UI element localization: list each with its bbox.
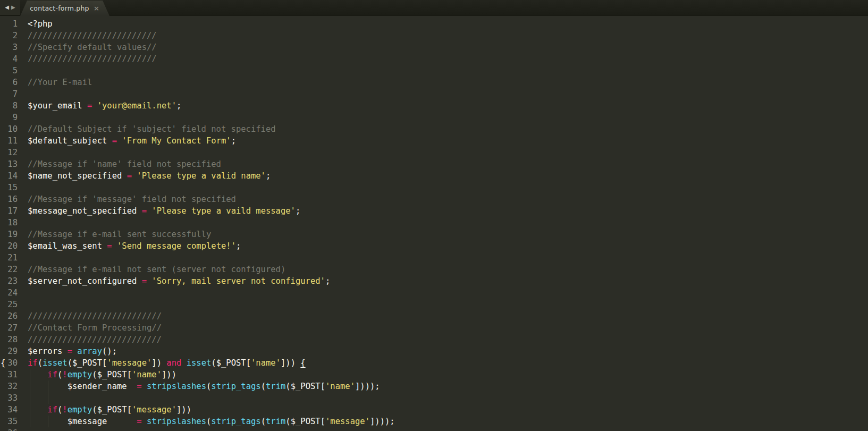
code-line[interactable]: 3//Specify default values// (0, 41, 792, 53)
line-number: 12 (0, 147, 18, 158)
code-line[interactable]: 36 (0, 427, 792, 431)
line-number: 8 (0, 100, 18, 112)
line-number: 3 (0, 41, 18, 53)
line-number: 20 (0, 240, 18, 252)
line-number: 31 (0, 369, 18, 381)
minimap[interactable] (800, 19, 865, 108)
code-line[interactable]: {30if(isset($_POST['message']) and isset… (0, 357, 792, 369)
line-number: 21 (0, 252, 18, 264)
code-line[interactable]: 9 (0, 112, 792, 123)
line-number: 29 (0, 345, 18, 357)
indent-guide (30, 416, 30, 427)
code-line[interactable]: 4////////////////////////// (0, 53, 792, 65)
code-line[interactable]: 12 (0, 147, 792, 158)
line-number: 28 (0, 334, 18, 345)
line-number: 7 (0, 88, 18, 100)
line-number: 13 (0, 158, 18, 170)
line-number: 18 (0, 217, 18, 229)
indent-guide (48, 392, 48, 404)
code-line[interactable]: 29$errors = array(); (0, 345, 792, 357)
code-line[interactable]: 23$server_not_configured = 'Sorry, mail … (0, 275, 792, 287)
back-icon[interactable]: ◀ (5, 0, 9, 15)
line-number: 24 (0, 287, 18, 299)
line-number: 26 (0, 310, 18, 322)
code-line[interactable]: 16//Message if 'message' field not speci… (0, 193, 792, 205)
code-line[interactable]: 2////////////////////////// (0, 30, 792, 41)
code-line[interactable]: 17$message_not_specified = 'Please type … (0, 205, 792, 217)
indent-guide (30, 369, 30, 381)
code-area[interactable]: 1<?php2//////////////////////////3//Spec… (0, 18, 792, 431)
code-line[interactable]: 13//Message if 'name' field not specifie… (0, 158, 792, 170)
line-number: 36 (0, 427, 18, 431)
line-number: 16 (0, 193, 18, 205)
line-number: 22 (0, 264, 18, 275)
indent-guide (30, 392, 30, 404)
code-line[interactable]: 7 (0, 88, 792, 100)
indent-guide (30, 381, 30, 392)
code-line[interactable]: 32 $sender_name = stripslashes(strip_tag… (0, 381, 792, 392)
code-line[interactable]: 11$default_subject = 'From My Contact Fo… (0, 135, 792, 147)
tab-contact-form-php[interactable]: contact-form.php × (20, 1, 109, 16)
gutter-brace-indicator: { (1, 357, 5, 369)
line-number: 9 (0, 112, 18, 123)
line-number: 15 (0, 182, 18, 193)
code-line[interactable]: 5 (0, 65, 792, 77)
code-line[interactable]: 20$email_was_sent = 'Send message comple… (0, 240, 792, 252)
nav-history-group: ◀ ▶ (0, 0, 20, 15)
line-number: 34 (0, 404, 18, 416)
line-number: 23 (0, 275, 18, 287)
code-line[interactable]: 24 (0, 287, 792, 299)
line-number: 17 (0, 205, 18, 217)
line-number: 10 (0, 123, 18, 135)
line-number: 35 (0, 416, 18, 427)
code-line[interactable]: 8$your_email = 'your@email.net'; (0, 100, 792, 112)
code-line[interactable]: 19//Message if e-mail sent successfully (0, 229, 792, 240)
line-number: 5 (0, 65, 18, 77)
code-line[interactable]: 33 (0, 392, 792, 404)
tab-bar: ◀ ▶ contact-form.php × (0, 0, 868, 16)
code-line[interactable]: 27//Contact Form Processing// (0, 322, 792, 334)
code-line[interactable]: 26/////////////////////////// (0, 310, 792, 322)
line-number: 25 (0, 299, 18, 310)
line-number: 33 (0, 392, 18, 404)
editor-pane[interactable]: 1<?php2//////////////////////////3//Spec… (0, 16, 868, 431)
close-icon[interactable]: × (94, 4, 109, 12)
code-line[interactable]: 25 (0, 299, 792, 310)
code-line[interactable]: 18 (0, 217, 792, 229)
line-number: 32 (0, 381, 18, 392)
code-line[interactable]: 28/////////////////////////// (0, 334, 792, 345)
code-line[interactable]: 35 $message = stripslashes(strip_tags(tr… (0, 416, 792, 427)
line-number: 11 (0, 135, 18, 147)
code-line[interactable]: 21 (0, 252, 792, 264)
code-line[interactable]: 10//Default Subject if 'subject' field n… (0, 123, 792, 135)
tab-title: contact-form.php (20, 4, 94, 12)
code-line[interactable]: 34 if(!empty($_POST['message'])) (0, 404, 792, 416)
line-number: 27 (0, 322, 18, 334)
code-line[interactable]: 6//Your E-mail (0, 77, 792, 88)
code-line[interactable]: 22//Message if e-mail not sent (server n… (0, 264, 792, 275)
line-number: 14 (0, 170, 18, 182)
line-number: 4 (0, 53, 18, 65)
code-line[interactable]: 31 if(!empty($_POST['name'])) (0, 369, 792, 381)
line-number: 1 (0, 18, 18, 30)
code-line[interactable]: 15 (0, 182, 792, 193)
line-number: 19 (0, 229, 18, 240)
indent-guide (48, 381, 48, 392)
code-line[interactable]: 1<?php (0, 18, 792, 30)
code-line[interactable]: 14$name_not_specified = 'Please type a v… (0, 170, 792, 182)
forward-icon[interactable]: ▶ (11, 0, 15, 15)
line-number: 2 (0, 30, 18, 41)
line-number: 6 (0, 77, 18, 88)
indent-guide (48, 416, 48, 427)
indent-guide (30, 404, 30, 416)
